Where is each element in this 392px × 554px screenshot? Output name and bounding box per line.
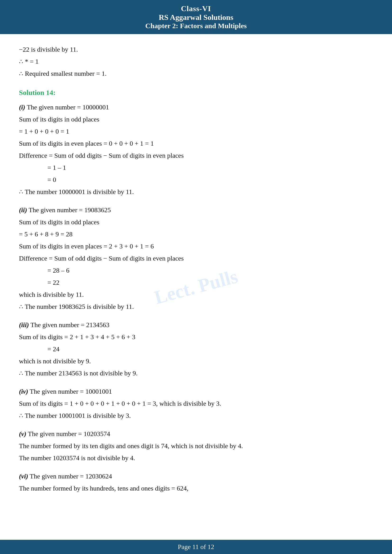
part-i-l6: = 1 – 1 bbox=[19, 162, 373, 173]
part-i-l4: Sum of its digits in even places = 0 + 0… bbox=[19, 138, 373, 149]
part-ii-l4: Sum of its digits in even places = 2 + 3… bbox=[19, 240, 373, 252]
header-class: Class-VI bbox=[5, 4, 387, 13]
part-iii-l2: Sum of its digits = 2 + 1 + 3 + 4 + 5 + … bbox=[19, 331, 373, 343]
part-iv: (iv) The given number = 10001001 Sum of … bbox=[19, 386, 373, 421]
part-ii: (ii) The given number = 19083625 Sum of … bbox=[19, 204, 373, 312]
part-ii-label: (ii) The given number = 19083625 bbox=[19, 204, 373, 216]
part-ii-l3: = 5 + 6 + 8 + 9 = 28 bbox=[19, 228, 373, 240]
part-v: (v) The given number = 10203574 The numb… bbox=[19, 428, 373, 464]
part-ii-l5: Difference = Sum of odd digits − Sum of … bbox=[19, 252, 373, 264]
header-chapter: Chapter 2: Factors and Multiples bbox=[5, 22, 387, 30]
part-v-l3: The number 10203574 is not divisible by … bbox=[19, 452, 373, 464]
page-footer: Page 11 of 12 bbox=[0, 540, 392, 554]
part-vi-l2: The number formed by its hundreds, tens … bbox=[19, 483, 373, 494]
intro-line3: ∴ Required smallest number = 1. bbox=[19, 68, 373, 79]
part-iii-label: (iii) The given number = 2134563 bbox=[19, 319, 373, 331]
intro-line1: −22 is divisible by 11. bbox=[19, 44, 373, 55]
solution14-heading: Solution 14: bbox=[19, 86, 373, 98]
part-i: (i) The given number = 10000001 Sum of i… bbox=[19, 101, 373, 198]
part-ii-l2: Sum of its digits in odd places bbox=[19, 216, 373, 228]
intro-line2: ∴ * = 1 bbox=[19, 56, 373, 67]
part-i-label: (i) The given number = 10000001 bbox=[19, 101, 373, 113]
part-iv-l3: ∴ The number 10001001 is divisible by 3. bbox=[19, 410, 373, 421]
part-iv-label: (iv) The given number = 10001001 bbox=[19, 386, 373, 397]
part-i-l8: ∴ The number 10000001 is divisible by 11… bbox=[19, 186, 373, 198]
part-ii-l7: = 22 bbox=[19, 277, 373, 288]
part-i-l5: Difference = Sum of odd digits − Sum of … bbox=[19, 150, 373, 161]
part-i-l3: = 1 + 0 + 0 + 0 = 1 bbox=[19, 125, 373, 137]
part-iii-l3: = 24 bbox=[19, 343, 373, 355]
part-iii: (iii) The given number = 2134563 Sum of … bbox=[19, 319, 373, 379]
header-book: RS Aggarwal Solutions bbox=[5, 13, 387, 22]
intro-section: −22 is divisible by 11. ∴ * = 1 ∴ Requir… bbox=[19, 44, 373, 79]
part-ii-l9: ∴ The number 19083625 is divisible by 11… bbox=[19, 301, 373, 312]
page-header: Class-VI RS Aggarwal Solutions Chapter 2… bbox=[0, 0, 392, 34]
page-content: −22 is divisible by 11. ∴ * = 1 ∴ Requir… bbox=[0, 34, 392, 540]
part-iv-l2: Sum of its digits = 1 + 0 + 0 + 0 + 1 + … bbox=[19, 398, 373, 409]
part-i-l7: = 0 bbox=[19, 174, 373, 186]
part-iii-l5: ∴ The number 2134563 is not divisible by… bbox=[19, 367, 373, 379]
part-ii-l8: which is divisible by 11. bbox=[19, 289, 373, 300]
part-v-l2: The number formed by its ten digits and … bbox=[19, 440, 373, 452]
part-i-l2: Sum of its digits in odd places bbox=[19, 113, 373, 125]
footer-text: Page 11 of 12 bbox=[178, 543, 214, 550]
part-iii-l4: which is not divisible by 9. bbox=[19, 355, 373, 367]
part-vi: (vi) The given number = 12030624 The num… bbox=[19, 470, 373, 494]
part-v-label: (v) The given number = 10203574 bbox=[19, 428, 373, 440]
part-vi-label: (vi) The given number = 12030624 bbox=[19, 470, 373, 482]
part-ii-l6: = 28 – 6 bbox=[19, 264, 373, 276]
